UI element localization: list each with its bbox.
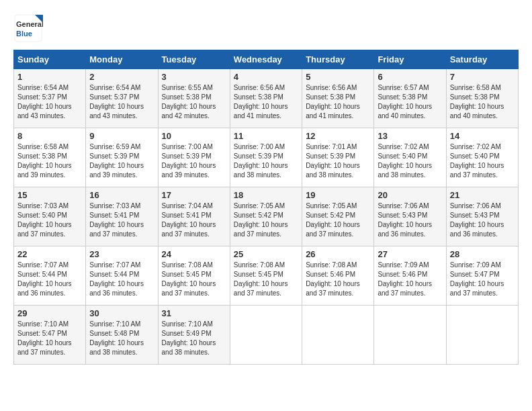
day-info: Sunrise: 7:07 AM Sunset: 5:44 PM Dayligh… <box>17 261 82 298</box>
day-number: 23 <box>89 249 154 259</box>
day-info: Sunrise: 7:05 AM Sunset: 5:42 PM Dayligh… <box>306 201 370 239</box>
day-number: 1 <box>17 72 82 82</box>
day-info: Sunrise: 7:08 AM Sunset: 5:45 PM Dayligh… <box>162 261 226 298</box>
table-row: 4Sunrise: 6:56 AM Sunset: 5:38 PM Daylig… <box>230 69 302 128</box>
table-row: 18Sunrise: 7:05 AM Sunset: 5:42 PM Dayli… <box>230 187 302 246</box>
svg-text:Blue: Blue <box>16 30 32 38</box>
table-row: 29Sunrise: 7:10 AM Sunset: 5:47 PM Dayli… <box>14 306 86 365</box>
svg-text:General: General <box>16 20 43 28</box>
table-row: 1Sunrise: 6:54 AM Sunset: 5:37 PM Daylig… <box>14 69 86 128</box>
day-number: 14 <box>450 131 515 141</box>
day-number: 9 <box>89 131 154 141</box>
table-row: 28Sunrise: 7:09 AM Sunset: 5:47 PM Dayli… <box>446 246 518 306</box>
day-info: Sunrise: 7:03 AM Sunset: 5:41 PM Dayligh… <box>89 201 154 239</box>
calendar-row-3: 22Sunrise: 7:07 AM Sunset: 5:44 PM Dayli… <box>14 246 519 306</box>
table-row: 23Sunrise: 7:07 AM Sunset: 5:44 PM Dayli… <box>86 246 158 306</box>
table-row: 7Sunrise: 6:58 AM Sunset: 5:38 PM Daylig… <box>446 69 518 128</box>
header-cell-monday: Monday <box>86 50 158 69</box>
day-info: Sunrise: 7:00 AM Sunset: 5:39 PM Dayligh… <box>234 142 298 180</box>
day-number: 5 <box>306 72 370 82</box>
day-info: Sunrise: 6:58 AM Sunset: 5:38 PM Dayligh… <box>450 83 515 121</box>
day-number: 10 <box>162 131 226 141</box>
day-info: Sunrise: 7:02 AM Sunset: 5:40 PM Dayligh… <box>450 142 515 180</box>
day-info: Sunrise: 6:55 AM Sunset: 5:38 PM Dayligh… <box>162 83 226 121</box>
day-info: Sunrise: 6:57 AM Sunset: 5:38 PM Dayligh… <box>378 83 442 121</box>
logo: General Blue <box>13 13 43 43</box>
table-row: 15Sunrise: 7:03 AM Sunset: 5:40 PM Dayli… <box>14 187 86 246</box>
table-row: 25Sunrise: 7:08 AM Sunset: 5:45 PM Dayli… <box>230 246 302 306</box>
day-number: 26 <box>306 249 370 259</box>
header-cell-tuesday: Tuesday <box>158 50 230 69</box>
calendar-row-2: 15Sunrise: 7:03 AM Sunset: 5:40 PM Dayli… <box>14 187 519 246</box>
table-row: 30Sunrise: 7:10 AM Sunset: 5:48 PM Dayli… <box>86 306 158 365</box>
day-info: Sunrise: 7:03 AM Sunset: 5:40 PM Dayligh… <box>17 201 82 239</box>
header-cell-thursday: Thursday <box>302 50 374 69</box>
logo-icon: General Blue <box>13 13 43 43</box>
table-row: 6Sunrise: 6:57 AM Sunset: 5:38 PM Daylig… <box>374 69 446 128</box>
header-cell-wednesday: Wednesday <box>230 50 302 69</box>
day-info: Sunrise: 7:09 AM Sunset: 5:47 PM Dayligh… <box>450 261 515 298</box>
day-number: 25 <box>234 249 298 259</box>
day-number: 7 <box>450 72 515 82</box>
table-row <box>374 306 446 365</box>
day-number: 15 <box>17 190 82 200</box>
day-number: 3 <box>162 72 226 82</box>
day-info: Sunrise: 7:08 AM Sunset: 5:45 PM Dayligh… <box>234 261 298 298</box>
day-info: Sunrise: 7:10 AM Sunset: 5:47 PM Dayligh… <box>17 320 82 357</box>
day-number: 6 <box>378 72 442 82</box>
day-info: Sunrise: 7:10 AM Sunset: 5:49 PM Dayligh… <box>162 320 226 357</box>
table-row: 10Sunrise: 7:00 AM Sunset: 5:39 PM Dayli… <box>158 128 230 187</box>
table-row <box>302 306 374 365</box>
day-info: Sunrise: 6:56 AM Sunset: 5:38 PM Dayligh… <box>234 83 298 121</box>
header-row: SundayMondayTuesdayWednesdayThursdayFrid… <box>14 50 519 69</box>
day-info: Sunrise: 6:58 AM Sunset: 5:38 PM Dayligh… <box>17 142 82 180</box>
day-info: Sunrise: 7:04 AM Sunset: 5:41 PM Dayligh… <box>162 201 226 239</box>
day-info: Sunrise: 7:09 AM Sunset: 5:46 PM Dayligh… <box>378 261 442 298</box>
table-row: 27Sunrise: 7:09 AM Sunset: 5:46 PM Dayli… <box>374 246 446 306</box>
day-info: Sunrise: 7:06 AM Sunset: 5:43 PM Dayligh… <box>378 201 442 239</box>
table-row: 11Sunrise: 7:00 AM Sunset: 5:39 PM Dayli… <box>230 128 302 187</box>
day-info: Sunrise: 7:05 AM Sunset: 5:42 PM Dayligh… <box>234 201 298 239</box>
table-row: 26Sunrise: 7:08 AM Sunset: 5:46 PM Dayli… <box>302 246 374 306</box>
table-row: 19Sunrise: 7:05 AM Sunset: 5:42 PM Dayli… <box>302 187 374 246</box>
table-row: 2Sunrise: 6:54 AM Sunset: 5:37 PM Daylig… <box>86 69 158 128</box>
day-number: 12 <box>306 131 370 141</box>
header-cell-saturday: Saturday <box>446 50 518 69</box>
day-number: 21 <box>450 190 515 200</box>
day-info: Sunrise: 6:54 AM Sunset: 5:37 PM Dayligh… <box>89 83 154 121</box>
table-row <box>446 306 518 365</box>
day-number: 13 <box>378 131 442 141</box>
day-info: Sunrise: 7:06 AM Sunset: 5:43 PM Dayligh… <box>450 201 515 239</box>
day-info: Sunrise: 6:54 AM Sunset: 5:37 PM Dayligh… <box>17 83 82 121</box>
table-row <box>230 306 302 365</box>
day-number: 29 <box>17 308 82 318</box>
day-info: Sunrise: 6:59 AM Sunset: 5:39 PM Dayligh… <box>89 142 154 180</box>
table-row: 31Sunrise: 7:10 AM Sunset: 5:49 PM Dayli… <box>158 306 230 365</box>
table-row: 21Sunrise: 7:06 AM Sunset: 5:43 PM Dayli… <box>446 187 518 246</box>
day-number: 18 <box>234 190 298 200</box>
day-number: 30 <box>89 308 154 318</box>
table-row: 13Sunrise: 7:02 AM Sunset: 5:40 PM Dayli… <box>374 128 446 187</box>
day-number: 11 <box>234 131 298 141</box>
day-number: 27 <box>378 249 442 259</box>
day-info: Sunrise: 7:10 AM Sunset: 5:48 PM Dayligh… <box>89 320 154 357</box>
day-info: Sunrise: 6:56 AM Sunset: 5:38 PM Dayligh… <box>306 83 370 121</box>
day-number: 24 <box>162 249 226 259</box>
day-info: Sunrise: 7:07 AM Sunset: 5:44 PM Dayligh… <box>89 261 154 298</box>
day-number: 16 <box>89 190 154 200</box>
svg-rect-0 <box>15 15 42 42</box>
day-info: Sunrise: 7:00 AM Sunset: 5:39 PM Dayligh… <box>162 142 226 180</box>
day-info: Sunrise: 7:02 AM Sunset: 5:40 PM Dayligh… <box>378 142 442 180</box>
table-row: 12Sunrise: 7:01 AM Sunset: 5:39 PM Dayli… <box>302 128 374 187</box>
table-row: 14Sunrise: 7:02 AM Sunset: 5:40 PM Dayli… <box>446 128 518 187</box>
day-number: 2 <box>89 72 154 82</box>
day-number: 22 <box>17 249 82 259</box>
day-number: 28 <box>450 249 515 259</box>
page-header: General Blue <box>13 13 519 43</box>
table-row: 20Sunrise: 7:06 AM Sunset: 5:43 PM Dayli… <box>374 187 446 246</box>
day-number: 8 <box>17 131 82 141</box>
calendar-row-4: 29Sunrise: 7:10 AM Sunset: 5:47 PM Dayli… <box>14 306 519 365</box>
calendar-row-0: 1Sunrise: 6:54 AM Sunset: 5:37 PM Daylig… <box>14 69 519 128</box>
calendar-table: SundayMondayTuesdayWednesdayThursdayFrid… <box>13 50 519 365</box>
day-info: Sunrise: 7:08 AM Sunset: 5:46 PM Dayligh… <box>306 261 370 298</box>
